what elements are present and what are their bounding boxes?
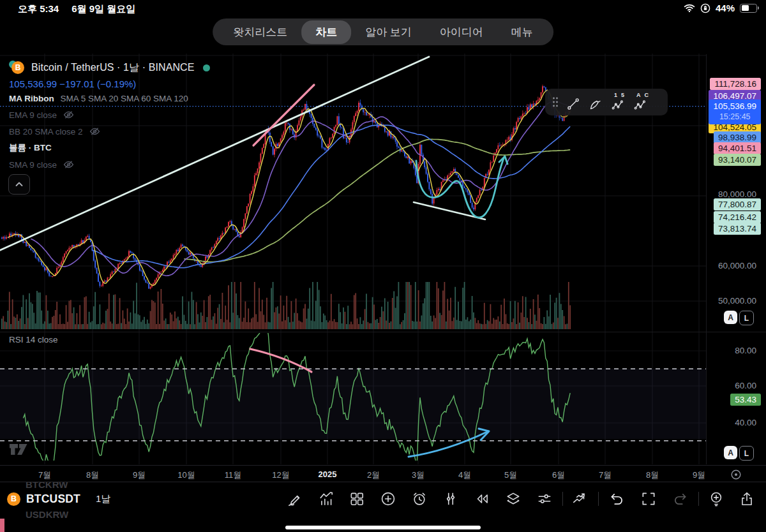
replay-button[interactable] <box>474 491 490 507</box>
price-summary: 105,536.99 −197.01 (−0.19%) <box>9 78 210 91</box>
legend-collapse-button[interactable] <box>8 174 30 195</box>
toolbar-divider <box>562 492 563 506</box>
time-axis-label: 4월 <box>458 469 471 481</box>
undo-button[interactable] <box>608 491 625 507</box>
time-axis-label: 2월 <box>367 469 380 481</box>
fullscreen-button[interactable] <box>640 491 657 507</box>
price-tag[interactable]: 94,401.51 <box>714 142 761 154</box>
active-symbol-row[interactable]: B BTCUSDT 1날 <box>0 489 110 509</box>
pencil-draw-icon <box>287 491 303 507</box>
lock-scale-button-rsi[interactable]: L <box>739 446 754 461</box>
candle-pattern-button[interactable] <box>442 491 459 507</box>
idea-bulb-plus-icon <box>708 491 725 507</box>
indicator-row-0[interactable]: EMA 9 close <box>9 107 210 123</box>
time-axis-label: 12월 <box>272 469 289 481</box>
time-axis-label: 6월 <box>552 469 565 481</box>
current-price-tag: 105,536.99 15:25:45 <box>709 100 761 124</box>
eye-off-icon[interactable] <box>89 127 100 136</box>
time-axis-label: 7월 <box>599 469 612 481</box>
time-axis-label: 9월 <box>133 469 146 481</box>
elliott-correction-icon <box>633 98 648 112</box>
time-axis-label: 10월 <box>177 469 195 481</box>
pen-icon <box>588 96 603 112</box>
chevron-up-icon <box>14 179 24 189</box>
drag-handle-icon[interactable] <box>552 96 559 108</box>
indicator-row-ma-ribbon[interactable]: MA Ribbon SMA 5 SMA 20 SMA 60 SMA 120 <box>9 94 210 107</box>
publish-idea-button[interactable] <box>708 491 725 507</box>
redo-icon <box>672 491 689 507</box>
indicator-label: 볼륨 · BTC <box>9 142 52 154</box>
elliott-impulse-tool[interactable]: 15 <box>610 92 626 112</box>
interval-selector[interactable]: 1날 <box>96 493 110 505</box>
lock-scale-button-main[interactable]: L <box>739 311 754 325</box>
btc-icon: B <box>7 492 20 506</box>
floating-drawing-toolbar: 15 AC <box>545 89 668 115</box>
share-icon <box>739 491 755 507</box>
indicator-label: SMA 9 close <box>9 160 57 170</box>
indicator-label: BB 20 SMA close 2 <box>9 127 83 137</box>
time-axis-label: 7월 <box>38 469 51 481</box>
bottom-bar-divider <box>0 482 766 482</box>
countdown-timer: 15:25:45 <box>713 112 756 122</box>
all-drawings-button[interactable] <box>571 491 588 507</box>
add-button[interactable] <box>380 491 396 507</box>
eye-off-icon[interactable] <box>63 160 74 169</box>
trend-line-tool[interactable] <box>566 92 581 112</box>
price-tag[interactable]: 93,140.07 <box>714 154 761 166</box>
share-button[interactable] <box>739 491 755 507</box>
market-status-dot <box>203 64 210 71</box>
price-tag[interactable]: 73,813.74 <box>714 223 761 235</box>
toolbar-divider <box>598 492 599 506</box>
symbol-name[interactable]: BTCUSDT <box>26 492 80 506</box>
price-tag[interactable]: 77,800.87 <box>714 198 761 211</box>
rewind-icon <box>474 491 490 507</box>
eye-off-icon[interactable] <box>63 110 74 119</box>
elliott-impulse-icon <box>610 98 626 112</box>
toolbar-divider <box>698 492 699 506</box>
grid-icon <box>349 491 365 507</box>
correction-wave-label: AC <box>633 92 648 98</box>
objects-tree-button[interactable] <box>505 491 522 507</box>
undo-icon <box>608 491 625 507</box>
price-axis-tick: 50,000.00 <box>714 295 761 307</box>
symbol-pair-icon: B <box>9 61 26 75</box>
redo-button[interactable] <box>672 491 689 507</box>
auto-scale-button-rsi[interactable]: A <box>724 446 737 459</box>
fullscreen-icon <box>640 491 657 507</box>
impulse-wave-label: 15 <box>610 92 626 98</box>
layout-grid-button[interactable] <box>349 491 365 507</box>
price-axis-tick: 60,000.00 <box>714 260 761 272</box>
indicator-row-3[interactable]: SMA 9 close <box>9 156 210 173</box>
rsi-indicator-label[interactable]: RSI 14 close <box>9 335 58 344</box>
time-axis-label: 11월 <box>225 469 242 481</box>
home-indicator[interactable] <box>285 526 481 529</box>
time-axis-label: 3월 <box>412 469 424 481</box>
rsi-axis-tick: 60.00 <box>730 380 761 392</box>
alert-button[interactable] <box>411 491 428 507</box>
watchlist-row-below: USDKRW <box>26 509 68 520</box>
elliott-correction-tool[interactable]: AC <box>633 92 648 112</box>
pen-draw-tool[interactable] <box>588 92 603 112</box>
background-list-accent <box>0 519 4 532</box>
rsi-value-tag: 53.43 <box>730 394 761 406</box>
rsi-axis-tick: 80.00 <box>730 345 761 357</box>
indicator-row-1[interactable]: BB 20 SMA close 2 <box>9 123 210 140</box>
time-axis-label: 5월 <box>504 469 517 481</box>
chart-settings-button[interactable] <box>536 491 553 507</box>
chart-legend: B Bitcoin / TetherUS · 1날 · BINANCE 105,… <box>9 60 210 173</box>
layers-icon <box>505 491 522 507</box>
sliders-icon <box>536 491 553 507</box>
time-axis-label: 8월 <box>86 469 99 481</box>
current-price: 105,536.99 <box>713 101 756 111</box>
indicator-row-2[interactable]: 볼륨 · BTC <box>9 140 210 156</box>
symbol-title[interactable]: Bitcoin / TetherUS · 1날 · BINANCE <box>31 61 195 75</box>
auto-scale-button-main[interactable]: A <box>724 311 737 324</box>
price-tag[interactable]: 111,728.16 <box>710 78 761 90</box>
candles-icon <box>442 491 459 507</box>
axis-settings-icon[interactable] <box>732 470 740 479</box>
indicators-button[interactable] <box>318 491 334 507</box>
draw-button[interactable] <box>287 491 303 507</box>
price-tag[interactable]: 74,216.42 <box>714 211 761 223</box>
indicator-label: EMA 9 close <box>9 110 57 120</box>
indicators-chart-icon <box>318 491 334 507</box>
